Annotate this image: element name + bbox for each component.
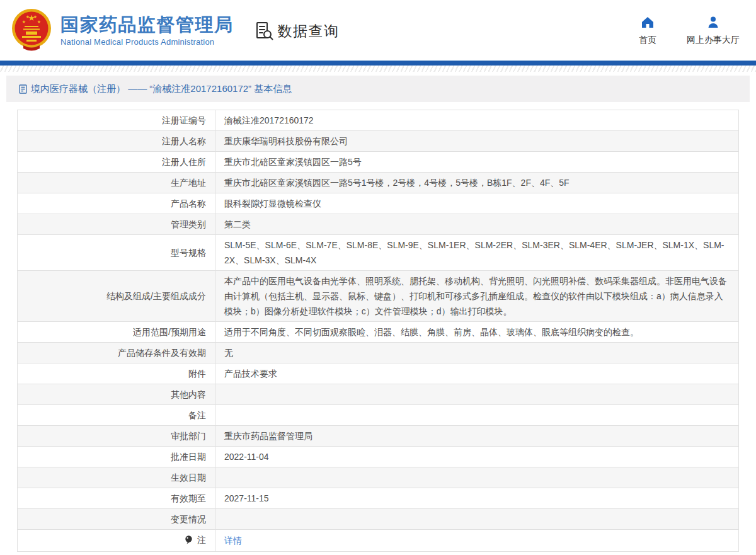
svg-text:★: ★	[37, 20, 41, 24]
table-row: 批准日期2022-11-04	[18, 447, 739, 467]
table-row: 其他内容	[18, 384, 739, 405]
data-query-label: 数据查询	[278, 21, 340, 41]
row-label: 生产地址	[18, 173, 215, 193]
row-label: 附件	[18, 363, 215, 384]
row-value: 产品技术要求	[215, 363, 739, 384]
info-table-body: 注册证编号渝械注准20172160172注册人名称重庆康华瑞明科技股份有限公司注…	[18, 110, 739, 552]
header-divider-bar	[0, 60, 756, 66]
row-value	[215, 405, 739, 426]
table-row: 生效日期	[18, 467, 739, 488]
table-row: 型号规格SLM-5E、SLM-6E、SLM-7E、SLM-8E、SLM-9E、S…	[18, 235, 739, 271]
row-label: 注	[18, 530, 215, 552]
svg-text:★: ★	[33, 14, 37, 19]
row-label: 有效期至	[18, 488, 215, 509]
row-value: 重庆市北碚区童家溪镇园区一路5号1号楼，2号楼，4号楼，5号楼，B栋1F、2F、…	[215, 173, 739, 193]
table-row: 产品储存条件及有效期无	[18, 343, 739, 363]
home-icon	[641, 15, 655, 29]
user-icon	[707, 15, 719, 29]
row-label: 生效日期	[18, 467, 215, 488]
row-value: SLM-5E、SLM-6E、SLM-7E、SLM-8E、SLM-9E、SLM-1…	[215, 235, 739, 271]
table-row: 结构及组成/主要组成成分本产品中的医用电气设备由光学体、照明系统、腮托架、移动机…	[18, 271, 739, 322]
table-row: 产品名称眼科裂隙灯显微镜检查仪	[18, 193, 739, 214]
nav-home[interactable]: 首页	[639, 15, 656, 46]
row-label: 型号规格	[18, 235, 215, 271]
data-query-section: 数据查询	[255, 21, 340, 41]
table-row: 附件产品技术要求	[18, 363, 739, 384]
row-label: 注册人名称	[18, 131, 215, 152]
nav-online-hall-label: 网上办事大厅	[687, 35, 740, 46]
table-row: 有效期至2027-11-15	[18, 488, 739, 509]
row-label: 管理类别	[18, 214, 215, 235]
national-emblem-logo: ★ ★ ★ ★ ★	[11, 8, 52, 52]
table-row: 审批部门重庆市药品监督管理局	[18, 426, 739, 447]
note-icon	[185, 534, 193, 549]
nav-home-label: 首页	[639, 35, 656, 46]
row-value: 重庆市药品监督管理局	[215, 426, 739, 447]
row-value: 重庆康华瑞明科技股份有限公司	[215, 131, 739, 152]
header-nav: 首页 网上办事大厅	[639, 15, 740, 46]
table-row: 注册人名称重庆康华瑞明科技股份有限公司	[18, 131, 739, 152]
breadcrumb: 境内医疗器械（注册） —— “渝械注准20172160172” 基本信息	[6, 76, 750, 102]
row-label: 产品储存条件及有效期	[18, 343, 215, 363]
registration-info-table: 注册证编号渝械注准20172160172注册人名称重庆康华瑞明科技股份有限公司注…	[17, 110, 739, 552]
row-label: 注册人住所	[18, 152, 215, 173]
document-icon	[19, 84, 27, 94]
row-label: 其他内容	[18, 384, 215, 405]
row-label: 批准日期	[18, 447, 215, 467]
table-row: 注册证编号渝械注准20172160172	[18, 110, 739, 131]
org-title-block: 国家药品监督管理局 National Medical Products Admi…	[60, 14, 234, 47]
row-label: 注册证编号	[18, 110, 215, 131]
row-value: 无	[215, 343, 739, 363]
row-value: 本产品中的医用电气设备由光学体、照明系统、腮托架、移动机构、背光照明、闪光照明补…	[215, 271, 739, 322]
row-value: 重庆市北碚区童家溪镇园区一路5号	[215, 152, 739, 173]
table-row: 注详情	[18, 530, 739, 552]
national-emblem-icon: ★ ★ ★ ★ ★	[11, 8, 52, 52]
nav-online-hall[interactable]: 网上办事大厅	[687, 15, 740, 46]
row-label: 变更情况	[18, 509, 215, 530]
hatch-strip	[0, 66, 756, 72]
org-title: 国家药品监督管理局	[60, 14, 234, 35]
row-label: 备注	[18, 405, 215, 426]
svg-text:★: ★	[22, 20, 26, 24]
registration-info: 注册证编号渝械注准20172160172注册人名称重庆康华瑞明科技股份有限公司注…	[17, 110, 739, 552]
table-row: 适用范围/预期用途适用于不同角度、不同切面观察眼睑、泪器、结膜、角膜、前房、晶体…	[18, 322, 739, 343]
row-label: 审批部门	[18, 426, 215, 447]
row-value: 眼科裂隙灯显微镜检查仪	[215, 193, 739, 214]
row-value	[215, 467, 739, 488]
table-row: 备注	[18, 405, 739, 426]
breadcrumb-text: 境内医疗器械（注册） —— “渝械注准20172160172” 基本信息	[31, 83, 292, 95]
row-value: 详情	[215, 530, 739, 552]
row-label: 适用范围/预期用途	[18, 322, 215, 343]
row-value	[215, 509, 739, 530]
row-value: 适用于不同角度、不同切面观察眼睑、泪器、结膜、角膜、前房、晶体、玻璃体、眼底等组…	[215, 322, 739, 343]
table-row: 管理类别第二类	[18, 214, 739, 235]
detail-link[interactable]: 详情	[224, 535, 242, 546]
row-label: 结构及组成/主要组成成分	[18, 271, 215, 322]
row-value: 第二类	[215, 214, 739, 235]
table-row: 变更情况	[18, 509, 739, 530]
row-label: 产品名称	[18, 193, 215, 214]
row-value: 渝械注准20172160172	[215, 110, 739, 131]
row-value: 2027-11-15	[215, 488, 739, 509]
table-row: 注册人住所重庆市北碚区童家溪镇园区一路5号	[18, 152, 739, 173]
row-value	[215, 384, 739, 405]
document-search-icon	[255, 21, 273, 40]
table-row: 生产地址重庆市北碚区童家溪镇园区一路5号1号楼，2号楼，4号楼，5号楼，B栋1F…	[18, 173, 739, 193]
org-title-en: National Medical Products Administration	[60, 37, 234, 47]
row-value: 2022-11-04	[215, 447, 739, 467]
svg-text:★: ★	[26, 14, 30, 19]
site-header: ★ ★ ★ ★ ★ 国家药品监督管理局 National Medical Pro…	[0, 0, 756, 60]
